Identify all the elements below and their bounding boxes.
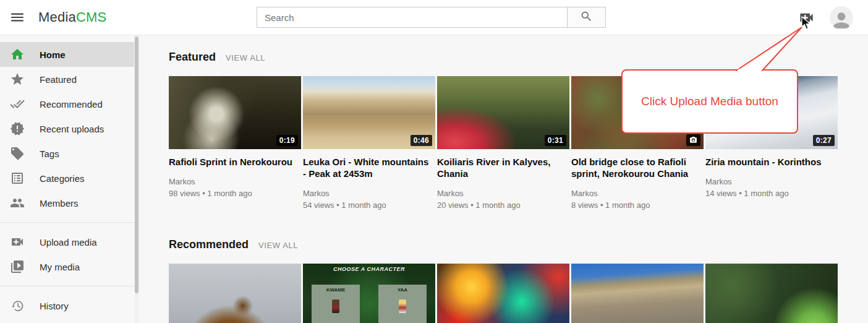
view-all-link[interactable]: VIEW ALL [258, 241, 298, 250]
app-logo[interactable]: MediaCMS [38, 9, 106, 25]
game-character-name: YAA [378, 287, 427, 293]
media-thumbnail[interactable] [437, 264, 569, 323]
sidebar-item-label: Home [40, 50, 66, 60]
sidebar-item-label: Members [40, 198, 79, 209]
media-card [571, 264, 704, 323]
tag-icon [10, 146, 25, 161]
media-thumbnail[interactable] [571, 264, 704, 323]
topbar: MediaCMS [0, 0, 868, 35]
media-card: 0:46 Leuka Ori - White mountains - Peak … [303, 76, 435, 211]
camera-icon [686, 134, 700, 146]
duration-badge: 0:31 [545, 135, 566, 146]
search-input[interactable] [257, 7, 568, 28]
sidebar-item-recommended[interactable]: Recommended [0, 92, 134, 116]
media-thumbnail[interactable] [169, 264, 301, 323]
categories-icon [10, 171, 25, 186]
media-card: 0:19 Rafioli Sprint in Nerokourou Markos… [169, 76, 301, 211]
annotation-text: Click Upload Media button [641, 95, 778, 108]
media-card: 0:31 Koiliaris River in Kalyves, Chania … [437, 76, 569, 211]
sidebar-item-label: Featured [40, 74, 77, 85]
media-card [437, 264, 569, 323]
upload-media-icon[interactable] [798, 9, 815, 27]
topbar-actions [798, 0, 853, 35]
media-meta: 54 views • 1 month ago [303, 199, 435, 211]
star-icon [10, 72, 25, 87]
sidebar-item-home[interactable]: Home [0, 42, 134, 67]
media-title[interactable]: Rafioli Sprint in Nerokourou [169, 156, 301, 168]
sidebar-item-label: My media [40, 262, 80, 272]
media-author[interactable]: Markos [169, 176, 301, 187]
new-releases-icon [10, 121, 25, 136]
sidebar-scrollbar-track [134, 35, 139, 323]
media-thumbnail[interactable] [705, 264, 838, 323]
media-meta: 20 views • 1 month ago [437, 199, 569, 211]
sidebar-item-label: Tags [40, 149, 59, 159]
view-all-link[interactable]: VIEW ALL [226, 53, 265, 62]
my-media-icon [10, 259, 25, 274]
sidebar-divider [0, 286, 134, 286]
sidebar: Home Featured Recommended Recent uploads… [0, 35, 139, 323]
sidebar-item-label: Recent uploads [40, 124, 104, 134]
logo-text-media: Media [38, 9, 76, 25]
sidebar-item-label: Categories [40, 173, 85, 184]
menu-icon[interactable] [9, 9, 26, 27]
media-title[interactable]: Old bridge close to Rafioli sprint, Nero… [571, 156, 704, 179]
sidebar-item-label: Upload media [40, 237, 97, 248]
home-icon [10, 47, 25, 62]
media-card [705, 264, 838, 323]
duration-badge: 0:46 [411, 135, 432, 146]
sidebar-item-label: History [40, 301, 69, 311]
media-author[interactable]: Markos [705, 176, 838, 187]
sidebar-item-featured[interactable]: Featured [0, 67, 134, 92]
media-author[interactable]: Markos [571, 187, 704, 199]
sidebar-scrollbar-thumb[interactable] [135, 37, 138, 293]
double-check-icon [10, 97, 25, 111]
media-title[interactable]: Ziria mountain - Korinthos [705, 156, 838, 168]
members-icon [10, 196, 25, 210]
media-title[interactable]: Leuka Ori - White mountains - Peak at 24… [303, 156, 435, 179]
media-thumbnail[interactable]: 0:31 [437, 76, 569, 149]
media-title[interactable]: Koiliaris River in Kalyves, Chania [437, 156, 569, 179]
media-thumbnail[interactable]: 0:19 [169, 76, 301, 149]
annotation-callout: Click Upload Media button [621, 69, 798, 134]
upload-media-icon [10, 235, 25, 249]
media-meta: 8 views • 1 month ago [571, 199, 704, 211]
section-recommended: Recommended VIEW ALL CHOOSE A CHARACTER … [169, 238, 868, 323]
section-title: Recommended [169, 238, 249, 251]
sidebar-item-tags[interactable]: Tags [0, 141, 134, 166]
sidebar-item-my-media[interactable]: My media [0, 254, 134, 279]
game-character-figure [332, 299, 339, 313]
media-card [169, 264, 301, 323]
sidebar-item-recent-uploads[interactable]: Recent uploads [0, 116, 134, 141]
user-avatar[interactable] [830, 6, 853, 30]
game-thumb-title: CHOOSE A CHARACTER [303, 266, 435, 272]
sidebar-item-members[interactable]: Members [0, 191, 134, 215]
search-icon [580, 10, 593, 25]
media-thumbnail[interactable]: 0:46 [303, 76, 435, 149]
duration-badge: 0:19 [276, 135, 298, 146]
media-author[interactable]: Markos [303, 187, 435, 199]
section-title: Featured [169, 51, 216, 64]
search-bar [257, 7, 606, 28]
media-card: CHOOSE A CHARACTER KWAME YAA Selected Se… [303, 264, 435, 323]
media-thumbnail[interactable]: CHOOSE A CHARACTER KWAME YAA Selected Se… [303, 264, 435, 323]
history-icon [10, 298, 25, 313]
logo-text-cms: CMS [76, 9, 107, 25]
media-meta: 98 views • 1 month ago [169, 187, 301, 199]
sidebar-item-history[interactable]: History [0, 293, 134, 318]
game-character-name: KWAME [312, 287, 360, 293]
search-button[interactable] [567, 7, 606, 28]
media-author[interactable]: Markos [437, 187, 569, 199]
game-character-figure [399, 299, 406, 313]
sidebar-divider [0, 222, 134, 223]
duration-badge: 0:27 [813, 135, 835, 146]
sidebar-item-categories[interactable]: Categories [0, 166, 134, 191]
sidebar-item-label: Recommended [40, 99, 103, 110]
media-meta: 14 views • 1 month ago [705, 187, 838, 199]
recommended-row: CHOOSE A CHARACTER KWAME YAA Selected Se… [169, 264, 868, 323]
sidebar-item-upload-media[interactable]: Upload media [0, 230, 134, 254]
